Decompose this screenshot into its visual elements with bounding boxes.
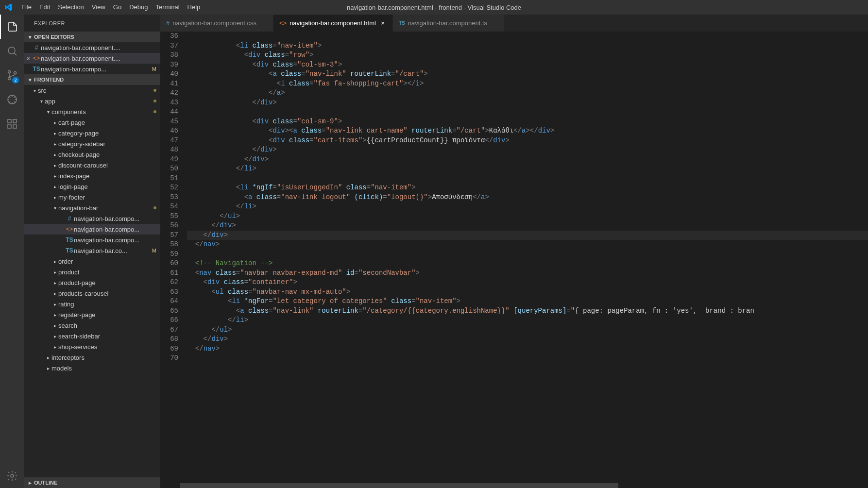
menu-view[interactable]: View bbox=[88, 3, 109, 11]
folder-register-page[interactable]: ▸register-page bbox=[24, 309, 160, 320]
menu-selection[interactable]: Selection bbox=[54, 3, 87, 11]
open-editor-item[interactable]: ×TSnavigation-bar.compo...M bbox=[24, 64, 160, 74]
svg-point-3 bbox=[14, 72, 17, 74]
svg-rect-7 bbox=[8, 125, 11, 128]
chevron-right-icon: ▸ bbox=[51, 269, 58, 275]
editor-tabs: #navigation-bar.component.css<>navigatio… bbox=[160, 15, 868, 32]
debug-icon[interactable] bbox=[0, 87, 24, 112]
code-editor[interactable]: 3637383940414243444546474849505152535455… bbox=[160, 32, 868, 483]
folder-my-footer[interactable]: ▸my-footer bbox=[24, 192, 160, 202]
horizontal-scrollbar[interactable] bbox=[160, 483, 868, 488]
chevron-right-icon: ▸ bbox=[51, 334, 58, 339]
chevron-right-icon: ▸ bbox=[51, 323, 58, 328]
file-item[interactable]: <>navigation-bar.compo... bbox=[24, 224, 160, 235]
menu-help[interactable]: Help bbox=[184, 3, 204, 11]
chevron-down-icon: ▾ bbox=[26, 77, 34, 83]
line-numbers: 3637383940414243444546474849505152535455… bbox=[160, 32, 187, 483]
chevron-down-icon: ▾ bbox=[51, 205, 58, 211]
explorer-icon[interactable] bbox=[0, 15, 24, 39]
open-editor-item[interactable]: ×#navigation-bar.component.... bbox=[24, 42, 160, 53]
folder-checkout-page[interactable]: ▸checkout-page bbox=[24, 149, 160, 160]
chevron-right-icon: ▸ bbox=[26, 480, 34, 486]
settings-gear-icon[interactable] bbox=[0, 464, 24, 488]
menu-terminal[interactable]: Terminal bbox=[152, 3, 183, 11]
editor-tab[interactable]: TSnavigation-bar.component.ts bbox=[393, 15, 504, 32]
file-type-icon: <> bbox=[279, 19, 287, 27]
svg-point-2 bbox=[8, 78, 11, 80]
search-icon[interactable] bbox=[0, 39, 24, 63]
menu-file[interactable]: File bbox=[17, 3, 35, 11]
open-editor-item[interactable]: ×<>navigation-bar.component.... bbox=[24, 53, 160, 64]
folder-category-sidebar[interactable]: ▸category-sidebar bbox=[24, 138, 160, 149]
source-control-icon[interactable]: 2 bbox=[0, 63, 24, 87]
folder-app[interactable]: ▾app bbox=[24, 96, 160, 106]
file-item[interactable]: #navigation-bar.compo... bbox=[24, 213, 160, 224]
outline-header[interactable]: ▸ OUTLINE bbox=[24, 477, 160, 488]
chevron-right-icon: ▸ bbox=[51, 131, 58, 136]
svg-point-0 bbox=[8, 47, 15, 54]
file-type-icon: TS bbox=[399, 20, 405, 26]
file-type-icon: # bbox=[32, 44, 41, 51]
folder-search[interactable]: ▸search bbox=[24, 320, 160, 331]
folder-rating[interactable]: ▸rating bbox=[24, 299, 160, 309]
chevron-right-icon: ▸ bbox=[51, 344, 58, 350]
scrollbar-thumb[interactable] bbox=[180, 483, 618, 488]
folder-components[interactable]: ▾components bbox=[24, 106, 160, 117]
chevron-down-icon: ▾ bbox=[31, 88, 38, 93]
open-editors-header[interactable]: ▾ OPEN EDITORS bbox=[24, 32, 160, 42]
menu-edit[interactable]: Edit bbox=[35, 3, 54, 11]
chevron-right-icon: ▸ bbox=[51, 184, 58, 189]
svg-rect-5 bbox=[8, 119, 11, 123]
folder-search-sidebar[interactable]: ▸search-sidebar bbox=[24, 331, 160, 341]
close-icon[interactable]: × bbox=[379, 19, 387, 27]
folder-interceptors[interactable]: ▸interceptors bbox=[24, 352, 160, 363]
sidebar: EXPLORER ▾ OPEN EDITORS ×#navigation-bar… bbox=[24, 15, 160, 488]
folder-discount-carousel[interactable]: ▸discount-carousel bbox=[24, 160, 160, 170]
folder-product[interactable]: ▸product bbox=[24, 267, 160, 277]
folder-category-page[interactable]: ▸category-page bbox=[24, 128, 160, 138]
file-item[interactable]: TSnavigation-bar.compo... bbox=[24, 235, 160, 245]
folder-models[interactable]: ▸models bbox=[24, 363, 160, 373]
file-item[interactable]: TSnavigation-bar.co...M bbox=[24, 245, 160, 256]
folder-login-page[interactable]: ▸login-page bbox=[24, 181, 160, 192]
folder-navigation-bar[interactable]: ▾navigation-bar bbox=[24, 202, 160, 213]
chevron-right-icon: ▸ bbox=[45, 355, 51, 360]
folder-products-carousel[interactable]: ▸products-carousel bbox=[24, 288, 160, 299]
chevron-right-icon: ▸ bbox=[51, 312, 58, 318]
close-icon[interactable]: × bbox=[24, 55, 32, 62]
chevron-right-icon: ▸ bbox=[51, 173, 58, 179]
folder-order[interactable]: ▸order bbox=[24, 256, 160, 267]
code-content[interactable]: <li class="nav-item"> <div class="row"> … bbox=[187, 32, 868, 483]
activitybar: 2 bbox=[0, 15, 24, 488]
modified-dot bbox=[153, 110, 156, 113]
extensions-icon[interactable] bbox=[0, 112, 24, 136]
file-type-icon: TS bbox=[32, 66, 41, 72]
editor-tab[interactable]: <>navigation-bar.component.html× bbox=[273, 15, 393, 32]
svg-point-9 bbox=[11, 474, 14, 477]
sidebar-title: EXPLORER bbox=[24, 15, 160, 32]
folder-product-page[interactable]: ▸product-page bbox=[24, 277, 160, 288]
window-title: navigation-bar.component.html - frontend… bbox=[347, 4, 521, 11]
chevron-right-icon: ▸ bbox=[51, 120, 58, 125]
chevron-right-icon: ▸ bbox=[51, 280, 58, 286]
chevron-right-icon: ▸ bbox=[51, 152, 58, 157]
folder-cart-page[interactable]: ▸cart-page bbox=[24, 117, 160, 128]
chevron-right-icon: ▸ bbox=[51, 291, 58, 296]
chevron-right-icon: ▸ bbox=[51, 259, 58, 264]
editor-tab[interactable]: #navigation-bar.component.css bbox=[160, 15, 273, 32]
file-type-icon: # bbox=[65, 215, 74, 222]
chevron-down-icon: ▾ bbox=[45, 109, 51, 115]
project-header[interactable]: ▾ FRONTEND bbox=[24, 74, 160, 85]
chevron-right-icon: ▸ bbox=[51, 302, 58, 307]
menu-debug[interactable]: Debug bbox=[125, 3, 152, 11]
folder-src[interactable]: ▾src bbox=[24, 85, 160, 96]
scm-badge: 2 bbox=[12, 77, 19, 84]
file-type-icon: # bbox=[166, 19, 170, 27]
folder-shop-services[interactable]: ▸shop-services bbox=[24, 341, 160, 352]
svg-point-1 bbox=[8, 71, 11, 73]
menu-go[interactable]: Go bbox=[109, 3, 125, 11]
editor-area: #navigation-bar.component.css<>navigatio… bbox=[160, 15, 868, 488]
file-type-icon: <> bbox=[65, 226, 74, 233]
folder-index-page[interactable]: ▸index-page bbox=[24, 170, 160, 181]
titlebar: FileEditSelectionViewGoDebugTerminalHelp… bbox=[0, 0, 868, 15]
